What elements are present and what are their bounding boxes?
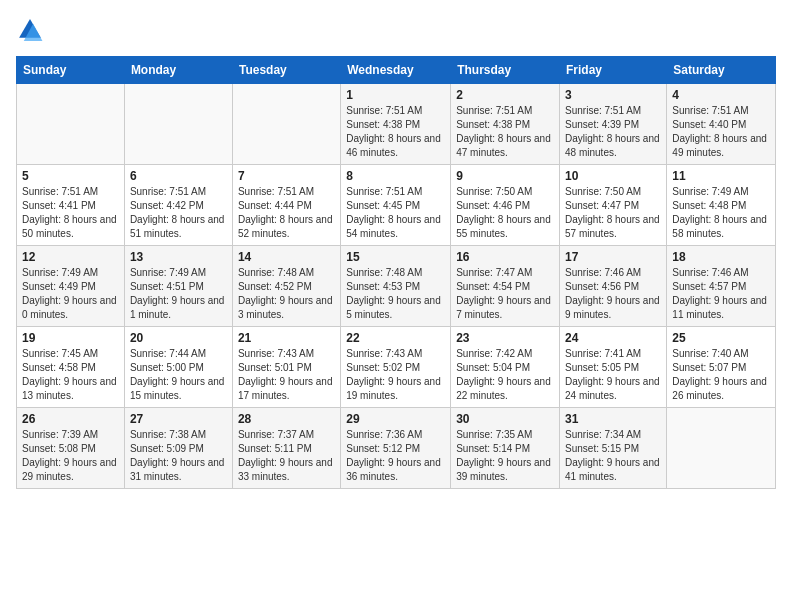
calendar-cell: 27Sunrise: 7:38 AM Sunset: 5:09 PM Dayli… [124, 408, 232, 489]
day-header-friday: Friday [560, 57, 667, 84]
day-info: Sunrise: 7:38 AM Sunset: 5:09 PM Dayligh… [130, 428, 227, 484]
day-number: 12 [22, 250, 119, 264]
week-row-2: 5Sunrise: 7:51 AM Sunset: 4:41 PM Daylig… [17, 165, 776, 246]
day-info: Sunrise: 7:46 AM Sunset: 4:57 PM Dayligh… [672, 266, 770, 322]
day-number: 4 [672, 88, 770, 102]
day-number: 22 [346, 331, 445, 345]
day-header-wednesday: Wednesday [341, 57, 451, 84]
day-number: 5 [22, 169, 119, 183]
day-header-monday: Monday [124, 57, 232, 84]
calendar-cell: 19Sunrise: 7:45 AM Sunset: 4:58 PM Dayli… [17, 327, 125, 408]
calendar-cell [232, 84, 340, 165]
day-number: 27 [130, 412, 227, 426]
day-number: 9 [456, 169, 554, 183]
calendar-cell: 1Sunrise: 7:51 AM Sunset: 4:38 PM Daylig… [341, 84, 451, 165]
day-number: 30 [456, 412, 554, 426]
day-number: 18 [672, 250, 770, 264]
day-info: Sunrise: 7:46 AM Sunset: 4:56 PM Dayligh… [565, 266, 661, 322]
calendar-cell: 13Sunrise: 7:49 AM Sunset: 4:51 PM Dayli… [124, 246, 232, 327]
day-number: 3 [565, 88, 661, 102]
day-number: 15 [346, 250, 445, 264]
day-number: 28 [238, 412, 335, 426]
day-info: Sunrise: 7:49 AM Sunset: 4:51 PM Dayligh… [130, 266, 227, 322]
calendar-cell: 17Sunrise: 7:46 AM Sunset: 4:56 PM Dayli… [560, 246, 667, 327]
day-info: Sunrise: 7:50 AM Sunset: 4:46 PM Dayligh… [456, 185, 554, 241]
day-number: 6 [130, 169, 227, 183]
day-number: 16 [456, 250, 554, 264]
day-info: Sunrise: 7:51 AM Sunset: 4:38 PM Dayligh… [346, 104, 445, 160]
calendar-cell: 28Sunrise: 7:37 AM Sunset: 5:11 PM Dayli… [232, 408, 340, 489]
week-row-5: 26Sunrise: 7:39 AM Sunset: 5:08 PM Dayli… [17, 408, 776, 489]
day-number: 25 [672, 331, 770, 345]
day-info: Sunrise: 7:51 AM Sunset: 4:44 PM Dayligh… [238, 185, 335, 241]
day-info: Sunrise: 7:51 AM Sunset: 4:45 PM Dayligh… [346, 185, 445, 241]
calendar-cell: 31Sunrise: 7:34 AM Sunset: 5:15 PM Dayli… [560, 408, 667, 489]
calendar-cell: 9Sunrise: 7:50 AM Sunset: 4:46 PM Daylig… [451, 165, 560, 246]
calendar-cell: 23Sunrise: 7:42 AM Sunset: 5:04 PM Dayli… [451, 327, 560, 408]
day-number: 19 [22, 331, 119, 345]
calendar-cell: 30Sunrise: 7:35 AM Sunset: 5:14 PM Dayli… [451, 408, 560, 489]
logo [16, 16, 48, 44]
day-header-sunday: Sunday [17, 57, 125, 84]
calendar-table: SundayMondayTuesdayWednesdayThursdayFrid… [16, 56, 776, 489]
week-row-3: 12Sunrise: 7:49 AM Sunset: 4:49 PM Dayli… [17, 246, 776, 327]
day-number: 29 [346, 412, 445, 426]
calendar-cell [17, 84, 125, 165]
day-info: Sunrise: 7:51 AM Sunset: 4:41 PM Dayligh… [22, 185, 119, 241]
day-number: 23 [456, 331, 554, 345]
calendar-cell: 8Sunrise: 7:51 AM Sunset: 4:45 PM Daylig… [341, 165, 451, 246]
day-info: Sunrise: 7:39 AM Sunset: 5:08 PM Dayligh… [22, 428, 119, 484]
day-header-saturday: Saturday [667, 57, 776, 84]
day-number: 10 [565, 169, 661, 183]
day-info: Sunrise: 7:47 AM Sunset: 4:54 PM Dayligh… [456, 266, 554, 322]
day-number: 20 [130, 331, 227, 345]
day-info: Sunrise: 7:51 AM Sunset: 4:42 PM Dayligh… [130, 185, 227, 241]
day-info: Sunrise: 7:45 AM Sunset: 4:58 PM Dayligh… [22, 347, 119, 403]
calendar-cell: 12Sunrise: 7:49 AM Sunset: 4:49 PM Dayli… [17, 246, 125, 327]
day-header-tuesday: Tuesday [232, 57, 340, 84]
calendar-cell: 24Sunrise: 7:41 AM Sunset: 5:05 PM Dayli… [560, 327, 667, 408]
week-row-1: 1Sunrise: 7:51 AM Sunset: 4:38 PM Daylig… [17, 84, 776, 165]
calendar-cell: 18Sunrise: 7:46 AM Sunset: 4:57 PM Dayli… [667, 246, 776, 327]
calendar-cell [667, 408, 776, 489]
calendar-cell: 2Sunrise: 7:51 AM Sunset: 4:38 PM Daylig… [451, 84, 560, 165]
calendar-cell: 29Sunrise: 7:36 AM Sunset: 5:12 PM Dayli… [341, 408, 451, 489]
day-number: 21 [238, 331, 335, 345]
day-info: Sunrise: 7:49 AM Sunset: 4:49 PM Dayligh… [22, 266, 119, 322]
calendar-cell: 10Sunrise: 7:50 AM Sunset: 4:47 PM Dayli… [560, 165, 667, 246]
calendar-cell: 4Sunrise: 7:51 AM Sunset: 4:40 PM Daylig… [667, 84, 776, 165]
day-info: Sunrise: 7:51 AM Sunset: 4:40 PM Dayligh… [672, 104, 770, 160]
calendar-cell: 26Sunrise: 7:39 AM Sunset: 5:08 PM Dayli… [17, 408, 125, 489]
day-info: Sunrise: 7:44 AM Sunset: 5:00 PM Dayligh… [130, 347, 227, 403]
calendar-cell: 3Sunrise: 7:51 AM Sunset: 4:39 PM Daylig… [560, 84, 667, 165]
day-info: Sunrise: 7:43 AM Sunset: 5:02 PM Dayligh… [346, 347, 445, 403]
day-info: Sunrise: 7:40 AM Sunset: 5:07 PM Dayligh… [672, 347, 770, 403]
day-info: Sunrise: 7:37 AM Sunset: 5:11 PM Dayligh… [238, 428, 335, 484]
day-number: 1 [346, 88, 445, 102]
day-info: Sunrise: 7:34 AM Sunset: 5:15 PM Dayligh… [565, 428, 661, 484]
calendar-cell: 6Sunrise: 7:51 AM Sunset: 4:42 PM Daylig… [124, 165, 232, 246]
calendar-cell: 15Sunrise: 7:48 AM Sunset: 4:53 PM Dayli… [341, 246, 451, 327]
calendar-cell [124, 84, 232, 165]
day-number: 2 [456, 88, 554, 102]
calendar-cell: 21Sunrise: 7:43 AM Sunset: 5:01 PM Dayli… [232, 327, 340, 408]
day-number: 31 [565, 412, 661, 426]
calendar-cell: 14Sunrise: 7:48 AM Sunset: 4:52 PM Dayli… [232, 246, 340, 327]
day-number: 17 [565, 250, 661, 264]
calendar-cell: 11Sunrise: 7:49 AM Sunset: 4:48 PM Dayli… [667, 165, 776, 246]
day-number: 26 [22, 412, 119, 426]
calendar-cell: 25Sunrise: 7:40 AM Sunset: 5:07 PM Dayli… [667, 327, 776, 408]
calendar-cell: 20Sunrise: 7:44 AM Sunset: 5:00 PM Dayli… [124, 327, 232, 408]
day-info: Sunrise: 7:36 AM Sunset: 5:12 PM Dayligh… [346, 428, 445, 484]
day-number: 7 [238, 169, 335, 183]
calendar-cell: 5Sunrise: 7:51 AM Sunset: 4:41 PM Daylig… [17, 165, 125, 246]
day-header-thursday: Thursday [451, 57, 560, 84]
day-info: Sunrise: 7:48 AM Sunset: 4:52 PM Dayligh… [238, 266, 335, 322]
day-info: Sunrise: 7:51 AM Sunset: 4:39 PM Dayligh… [565, 104, 661, 160]
day-info: Sunrise: 7:51 AM Sunset: 4:38 PM Dayligh… [456, 104, 554, 160]
day-number: 8 [346, 169, 445, 183]
day-info: Sunrise: 7:35 AM Sunset: 5:14 PM Dayligh… [456, 428, 554, 484]
day-number: 14 [238, 250, 335, 264]
logo-icon [16, 16, 44, 44]
calendar-cell: 22Sunrise: 7:43 AM Sunset: 5:02 PM Dayli… [341, 327, 451, 408]
